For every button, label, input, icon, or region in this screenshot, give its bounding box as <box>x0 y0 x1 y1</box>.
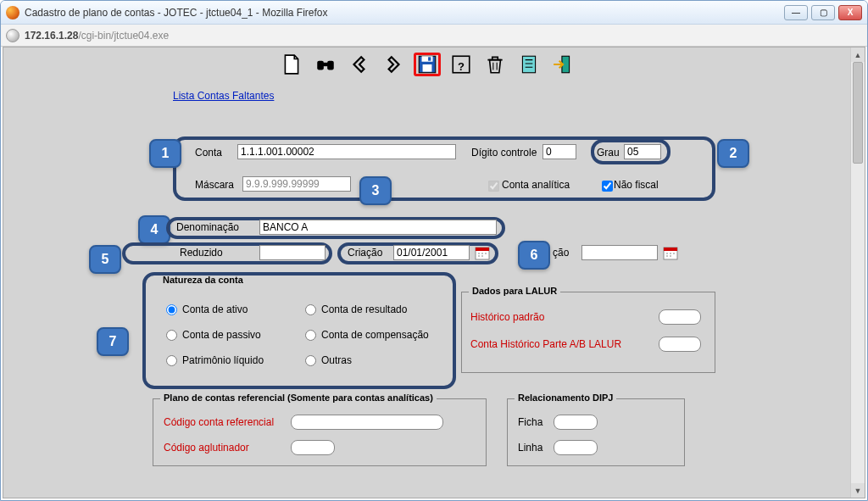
radio-passivo-label: Conta de passivo <box>182 329 261 341</box>
lista-contas-link-row: Lista Contas Faltantes <box>173 90 850 102</box>
prev-button[interactable] <box>346 53 373 76</box>
help-button[interactable]: ? <box>448 53 475 76</box>
close-button[interactable]: X <box>838 5 862 20</box>
window-title: Cadastro de plano de contas - JOTEC - jt… <box>25 7 777 19</box>
reduzido-input[interactable] <box>259 245 326 260</box>
callout-1: 1 <box>149 139 181 168</box>
svg-rect-9 <box>522 56 535 73</box>
svg-rect-0 <box>317 61 324 70</box>
address-bar: 172.16.1.28/cgi-bin/jtctue04.exe <box>1 25 867 47</box>
page-content: ? Lista Contas Faltantes 1 <box>3 47 850 498</box>
alteracao-input[interactable] <box>581 245 658 260</box>
historico-padrao-input[interactable] <box>659 309 701 325</box>
svg-rect-4 <box>421 56 432 62</box>
page-viewport: ▲ ▼ <box>3 47 865 498</box>
delete-button[interactable] <box>481 53 509 76</box>
notes-button[interactable] <box>515 53 542 76</box>
digito-controle-input[interactable] <box>542 144 576 159</box>
grau-label: Grau <box>597 147 620 159</box>
svg-text:?: ? <box>458 60 465 73</box>
nao-fiscal-label: Não fiscal <box>614 179 659 191</box>
app-toolbar: ? <box>3 47 850 81</box>
conta-hist-lalur-input[interactable] <box>659 337 701 352</box>
criacao-input[interactable] <box>393 245 470 260</box>
conta-label: Conta <box>195 147 222 159</box>
globe-icon <box>6 29 19 42</box>
mascara-label: Máscara <box>195 179 234 191</box>
new-button[interactable] <box>278 53 305 76</box>
conta-input[interactable] <box>237 144 456 159</box>
question-icon: ? <box>449 53 473 75</box>
url-path: /cgi-bin/jtctue04.exe <box>78 30 169 42</box>
calendar-icon <box>475 245 490 260</box>
grau-input[interactable] <box>624 144 661 159</box>
codigo-aglut-label: Código aglutinador <box>164 442 249 454</box>
conta-analitica-label: Conta analítica <box>502 179 570 191</box>
codigo-ref-input[interactable] <box>291 415 443 430</box>
criacao-calendar-button[interactable] <box>475 245 490 260</box>
notepad-icon <box>517 53 541 75</box>
vertical-scrollbar[interactable]: ▲ ▼ <box>850 47 865 498</box>
url-host: 172.16.1.28 <box>25 30 78 42</box>
scroll-thumb[interactable] <box>853 62 863 164</box>
minimize-button[interactable]: — <box>784 5 808 20</box>
dipj-legend: Relacionamento DIPJ <box>515 392 616 403</box>
radio-ativo[interactable]: Conta de ativo <box>166 303 248 315</box>
denominacao-input[interactable] <box>259 220 497 235</box>
radio-ativo-label: Conta de ativo <box>182 303 248 315</box>
trash-icon <box>483 53 507 75</box>
svg-rect-14 <box>664 248 677 251</box>
browser-window: Cadastro de plano de contas - JOTEC - jt… <box>0 0 868 501</box>
ficha-label: Ficha <box>518 416 542 428</box>
scroll-up-icon[interactable]: ▲ <box>851 47 865 62</box>
arrow-right-icon <box>381 53 405 75</box>
scroll-down-icon[interactable]: ▼ <box>851 483 865 498</box>
plano-ref-legend: Plano de contas referencial (Somente par… <box>160 392 437 403</box>
search-button[interactable] <box>312 53 339 76</box>
conta-hist-lalur-label: Conta Histórico Parte A/B LALUR <box>470 338 621 350</box>
callout-2: 2 <box>717 139 749 168</box>
nao-fiscal-checkbox[interactable] <box>602 181 613 192</box>
lalur-group: Dados para LALUR Histórico padrão Conta … <box>461 292 715 373</box>
callout-5: 5 <box>89 245 121 274</box>
digito-controle-label: Dígito controle <box>471 147 537 159</box>
svg-rect-5 <box>422 64 431 72</box>
svg-rect-12 <box>476 248 489 251</box>
codigo-aglut-input[interactable] <box>291 440 335 455</box>
mascara-input <box>242 176 351 192</box>
radio-outras[interactable]: Outras <box>305 354 352 366</box>
firefox-icon <box>6 6 19 19</box>
denominacao-label: Denominação <box>176 221 239 233</box>
radio-resultado-label: Conta de resultado <box>321 303 407 315</box>
callout-3: 3 <box>359 176 392 205</box>
window-buttons: — ▢ X <box>784 5 862 20</box>
svg-rect-2 <box>322 63 328 66</box>
arrow-left-icon <box>348 53 371 75</box>
callout-7: 7 <box>97 327 129 356</box>
reduzido-label: Reduzido <box>180 247 223 259</box>
svg-rect-1 <box>327 61 334 70</box>
natureza-group: Natureza da conta Conta de ativo Conta d… <box>153 281 449 380</box>
linha-input[interactable] <box>554 440 598 455</box>
radio-resultado[interactable]: Conta de resultado <box>305 303 407 315</box>
radio-outras-label: Outras <box>321 354 352 366</box>
lalur-legend: Dados para LALUR <box>469 286 560 296</box>
alteracao-calendar-button[interactable] <box>663 245 678 260</box>
conta-analitica-checkbox <box>488 181 499 192</box>
maximize-button[interactable]: ▢ <box>811 5 835 20</box>
next-button[interactable] <box>380 53 407 76</box>
radio-compensacao[interactable]: Conta de compensação <box>305 329 429 341</box>
exit-door-icon <box>551 53 575 75</box>
ficha-input[interactable] <box>554 415 598 430</box>
lista-contas-link[interactable]: Lista Contas Faltantes <box>173 90 274 102</box>
binoculars-icon <box>314 53 337 75</box>
radio-patrimonio-label: Patrimônio líquido <box>182 354 264 366</box>
radio-compensacao-label: Conta de compensação <box>321 329 429 341</box>
exit-button[interactable] <box>549 53 576 76</box>
save-button[interactable] <box>414 53 441 76</box>
svg-rect-6 <box>428 57 431 60</box>
callout-6: 6 <box>518 241 550 270</box>
radio-patrimonio[interactable]: Patrimônio líquido <box>166 354 264 366</box>
calendar-icon <box>663 245 678 260</box>
radio-passivo[interactable]: Conta de passivo <box>166 329 261 341</box>
